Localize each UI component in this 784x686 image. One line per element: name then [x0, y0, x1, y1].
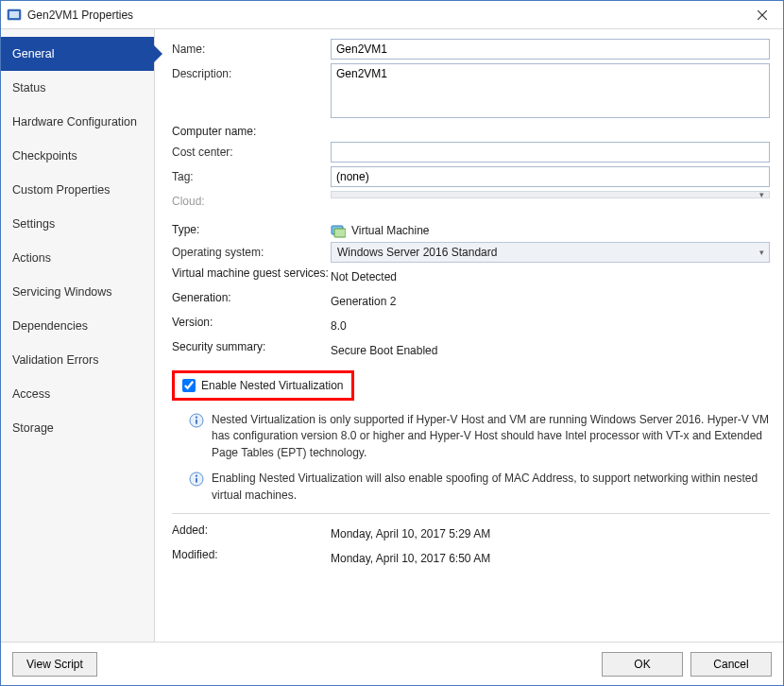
close-button[interactable] [741, 1, 783, 29]
added-value: Monday, April 10, 2017 5:29 AM [331, 523, 770, 544]
tag-input[interactable] [331, 166, 770, 187]
row-description: Description: Gen2VM1 [172, 63, 770, 121]
label-modified: Modified: [172, 548, 331, 569]
nav-dependencies[interactable]: Dependencies [1, 309, 154, 343]
row-generation: Generation: Generation 2 [172, 291, 770, 312]
version-value: 8.0 [331, 316, 770, 336]
label-version: Version: [172, 316, 331, 336]
app-icon [7, 8, 22, 23]
info-icon [189, 413, 204, 428]
nav-label: Status [12, 81, 45, 94]
label-computer-name: Computer name: [172, 125, 331, 138]
svg-point-10 [196, 475, 197, 477]
type-value: Virtual Machine [351, 224, 430, 237]
nav-status[interactable]: Status [1, 71, 154, 105]
computer-name-value [331, 125, 770, 138]
row-guest-services: Virtual machine guest services: Not Dete… [172, 266, 770, 287]
label-generation: Generation: [172, 291, 331, 312]
label-cloud: Cloud: [172, 191, 331, 208]
nested-virtualization-checkbox[interactable] [182, 379, 196, 392]
nav-checkpoints[interactable]: Checkpoints [1, 139, 154, 173]
nav-storage[interactable]: Storage [1, 411, 154, 445]
ok-button[interactable]: OK [602, 652, 683, 677]
row-added: Added: Monday, April 10, 2017 5:29 AM [172, 523, 770, 544]
row-name: Name: [172, 39, 770, 60]
nav-label: Hardware Configuration [12, 115, 137, 129]
row-type: Type: Virtual Machine [172, 223, 770, 238]
nav-label: Custom Properties [12, 183, 111, 197]
label-added: Added: [172, 523, 331, 544]
label-guest-services: Virtual machine guest services: [172, 266, 331, 287]
row-cloud: Cloud: ▾ [172, 191, 770, 208]
row-computer-name: Computer name: [172, 125, 770, 138]
modified-value: Monday, April 10, 2017 6:50 AM [331, 548, 770, 569]
label-description: Description: [172, 63, 331, 80]
nav-servicing-windows[interactable]: Servicing Windows [1, 275, 154, 309]
nav-label: Servicing Windows [12, 285, 112, 299]
cost-center-input[interactable] [331, 142, 770, 163]
label-tag: Tag: [172, 166, 331, 183]
nav-settings[interactable]: Settings [1, 207, 154, 241]
divider [172, 513, 770, 514]
nav-label: General [12, 47, 54, 60]
nav-label: Access [12, 387, 50, 401]
label-os: Operating system: [172, 242, 331, 259]
cloud-select [331, 191, 770, 198]
label-security: Security summary: [172, 340, 331, 361]
info-icon [189, 472, 204, 487]
nav-access[interactable]: Access [1, 377, 154, 411]
name-input[interactable] [331, 39, 770, 60]
close-icon [758, 10, 767, 20]
guest-services-value: Not Detected [331, 266, 770, 287]
info-text-2: Enabling Nested Virtualization will also… [212, 471, 770, 504]
row-cost-center: Cost center: [172, 142, 770, 163]
os-select[interactable]: Windows Server 2016 Standard [331, 242, 770, 263]
nav-label: Settings [12, 217, 55, 231]
nav-label: Checkpoints [12, 149, 77, 163]
virtual-machine-icon [331, 223, 346, 238]
svg-rect-11 [196, 478, 197, 483]
svg-rect-8 [196, 420, 197, 424]
row-modified: Modified: Monday, April 10, 2017 6:50 AM [172, 548, 770, 569]
content-pane: Name: Description: Gen2VM1 Computer name… [155, 29, 783, 642]
view-script-button[interactable]: View Script [12, 652, 97, 677]
sidebar: General Status Hardware Configuration Ch… [1, 29, 155, 642]
row-version: Version: 8.0 [172, 316, 770, 336]
row-os: Operating system: Windows Server 2016 St… [172, 242, 770, 263]
svg-rect-1 [9, 11, 19, 18]
titlebar: Gen2VM1 Properties [1, 1, 783, 29]
nav-custom-properties[interactable]: Custom Properties [1, 173, 154, 207]
svg-rect-5 [334, 229, 346, 237]
row-tag: Tag: [172, 166, 770, 187]
info-block-1: Nested Virtualization is only supported … [189, 412, 770, 461]
nav-label: Actions [12, 251, 51, 265]
label-name: Name: [172, 39, 331, 56]
window-title: Gen2VM1 Properties [27, 9, 741, 22]
label-cost-center: Cost center: [172, 142, 331, 159]
svg-point-7 [196, 417, 197, 419]
properties-window: Gen2VM1 Properties General Status Hardwa… [0, 0, 784, 686]
nested-virtualization-checkbox-row[interactable]: Enable Nested Virtualization [172, 370, 354, 401]
body: General Status Hardware Configuration Ch… [1, 29, 783, 642]
row-security: Security summary: Secure Boot Enabled [172, 340, 770, 361]
footer: View Script OK Cancel [1, 642, 783, 685]
description-input[interactable]: Gen2VM1 [331, 63, 770, 118]
cancel-button[interactable]: Cancel [690, 652, 772, 677]
nav-general[interactable]: General [1, 37, 154, 71]
info-block-2: Enabling Nested Virtualization will also… [189, 471, 770, 504]
nav-label: Validation Errors [12, 353, 98, 367]
generation-value: Generation 2 [331, 291, 770, 312]
nav-label: Dependencies [12, 319, 88, 333]
label-type: Type: [172, 223, 331, 238]
nav-label: Storage [12, 421, 54, 435]
nav-hardware-configuration[interactable]: Hardware Configuration [1, 105, 154, 139]
security-value: Secure Boot Enabled [331, 340, 770, 361]
info-text-1: Nested Virtualization is only supported … [212, 412, 770, 461]
nav-actions[interactable]: Actions [1, 241, 154, 275]
nested-virtualization-label: Enable Nested Virtualization [201, 379, 344, 392]
nav-validation-errors[interactable]: Validation Errors [1, 343, 154, 377]
